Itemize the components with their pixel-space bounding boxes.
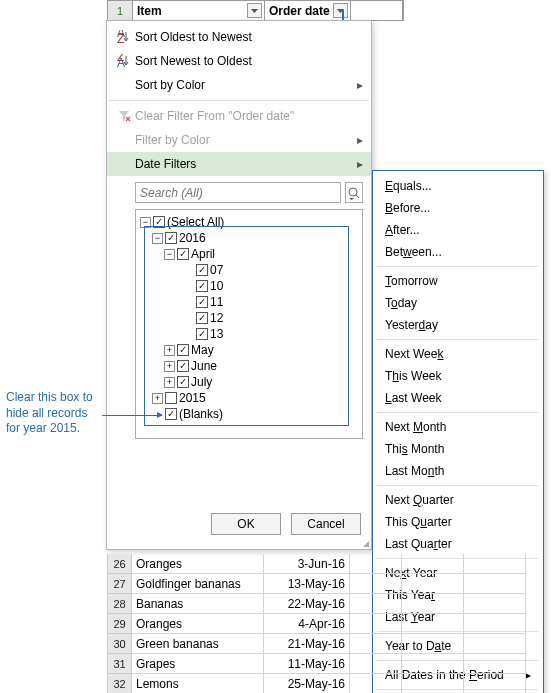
menu-label: Date Filters [135,157,196,171]
filter-last-week[interactable]: Last Week [373,387,543,409]
date-filters[interactable]: Date Filters ▸ [107,152,371,176]
checkbox-icon[interactable] [196,328,208,340]
annotation-text: Clear this box to hide all records for y… [6,390,101,437]
column-header-empty [351,1,403,20]
filter-next-quarter[interactable]: Next Quarter [373,489,543,511]
tree-day-13[interactable]: 13 [140,326,358,342]
filter-tomorrow[interactable]: Tomorrow [373,270,543,292]
checkbox-icon[interactable] [196,280,208,292]
menu-label: Clear Filter From "Order date" [135,109,294,123]
checkbox-icon[interactable] [165,408,177,420]
filter-last-quarter[interactable]: Last Quarter [373,533,543,555]
filter-equals[interactable]: Equals... [373,175,543,197]
menu-label: Filter by Color [135,133,210,147]
filter-tree: −(Select All) −2016 −April 07 10 11 12 1… [135,209,363,439]
ok-button[interactable]: OK [211,513,281,535]
sort-asc-icon: AZ [113,30,135,44]
menu-label: Sort by Color [135,78,205,92]
tree-year-2016[interactable]: −2016 [140,230,358,246]
filter-next-week[interactable]: Next Week [373,343,543,365]
filter-last-month[interactable]: Last Month [373,460,543,482]
svg-text:Z: Z [117,32,124,44]
search-dropdown-icon[interactable] [345,182,363,203]
filter-this-quarter[interactable]: This Quarter [373,511,543,533]
filter-after[interactable]: After... [373,219,543,241]
svg-marker-0 [251,9,258,13]
tree-blanks[interactable]: (Blanks) [140,406,358,422]
tree-day-12[interactable]: 12 [140,310,358,326]
tree-day-11[interactable]: 11 [140,294,358,310]
tree-day-10[interactable]: 10 [140,278,358,294]
clear-filter: Clear Filter From "Order date" [107,104,371,128]
cancel-button[interactable]: Cancel [291,513,361,535]
table-row: 28Bananas22-May-16 [107,594,526,614]
filter-menu: AZ Sort Oldest to Newest ZA Sort Newest … [106,20,372,550]
submenu-arrow-icon: ▸ [357,157,363,171]
tree-month-may[interactable]: +May [140,342,358,358]
sort-by-color[interactable]: Sort by Color ▸ [107,73,371,97]
submenu-arrow-icon: ▸ [357,133,363,147]
submenu-arrow-icon: ▸ [357,78,363,92]
checkbox-icon[interactable] [196,312,208,324]
svg-marker-7 [349,198,354,200]
row-number-header[interactable]: 1 [108,1,133,20]
filter-between[interactable]: Between... [373,241,543,263]
svg-text:A: A [117,56,125,68]
checkbox-icon[interactable] [165,232,177,244]
svg-point-6 [349,188,357,196]
checkbox-icon[interactable] [196,264,208,276]
column-header-date-label: Order date [269,4,330,18]
table-row: 32Lemons25-May-16 [107,674,526,693]
separator [377,339,539,340]
filter-yesterday[interactable]: Yesterday [373,314,543,336]
search-input[interactable] [135,182,341,203]
resize-handle-icon[interactable] [359,537,369,547]
clear-filter-icon [113,109,135,123]
filter-by-color: Filter by Color ▸ [107,128,371,152]
table-row: 27Goldfinger bananas13-May-16 [107,574,526,594]
checkbox-icon[interactable] [177,248,189,260]
filter-dropdown-item[interactable] [247,3,262,18]
sheet-header: 1 Item Order date [107,0,404,21]
menu-label: Sort Oldest to Newest [135,30,252,44]
separator [377,412,539,413]
tree-month-july[interactable]: +July [140,374,358,390]
filter-this-month[interactable]: This Month [373,438,543,460]
filter-next-month[interactable]: Next Month [373,416,543,438]
column-header-item-label: Item [137,4,162,18]
sheet-rows: 26Oranges3-Jun-16 27Goldfinger bananas13… [107,554,526,693]
checkbox-icon[interactable] [196,296,208,308]
separator [377,485,539,486]
filter-this-week[interactable]: This Week [373,365,543,387]
sort-oldest-newest[interactable]: AZ Sort Oldest to Newest [107,25,371,49]
checkbox-icon[interactable] [153,216,165,228]
table-row: 29Oranges4-Apr-16 [107,614,526,634]
tree-day-07[interactable]: 07 [140,262,358,278]
tree-month-june[interactable]: +June [140,358,358,374]
tree-year-2015[interactable]: +2015 [140,390,358,406]
table-row: 26Oranges3-Jun-16 [107,554,526,574]
sort-desc-icon: ZA [113,54,135,68]
separator [109,100,369,101]
tree-select-all[interactable]: −(Select All) [140,214,358,230]
filter-today[interactable]: Today [373,292,543,314]
checkbox-icon[interactable] [177,360,189,372]
table-row: 31Grapes11-May-16 [107,654,526,674]
tree-month-april[interactable]: −April [140,246,358,262]
checkbox-icon[interactable] [165,392,177,404]
table-row: 30Green bananas21-May-16 [107,634,526,654]
separator [377,266,539,267]
checkbox-icon[interactable] [177,344,189,356]
filter-before[interactable]: Before... [373,197,543,219]
checkbox-icon[interactable] [177,376,189,388]
annotation-pointer [102,415,162,416]
sort-newest-oldest[interactable]: ZA Sort Newest to Oldest [107,49,371,73]
menu-label: Sort Newest to Oldest [135,54,252,68]
column-header-item[interactable]: Item [133,1,265,20]
